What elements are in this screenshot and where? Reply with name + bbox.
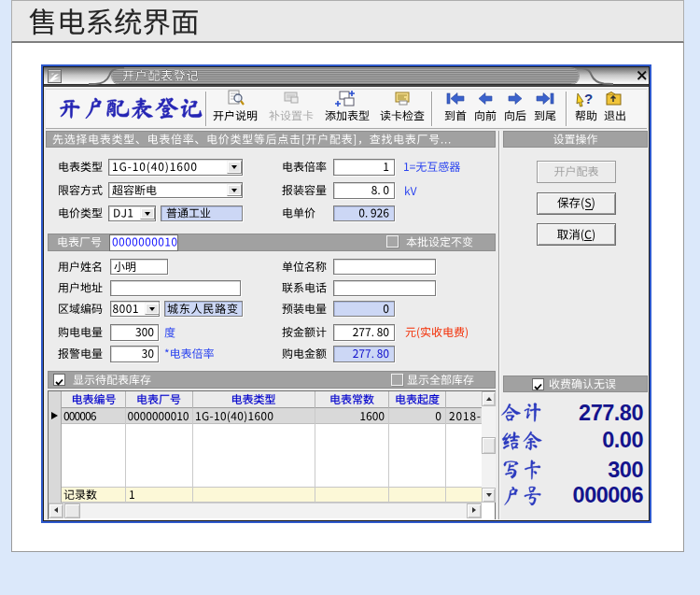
svg-text:?: ? xyxy=(584,91,593,106)
